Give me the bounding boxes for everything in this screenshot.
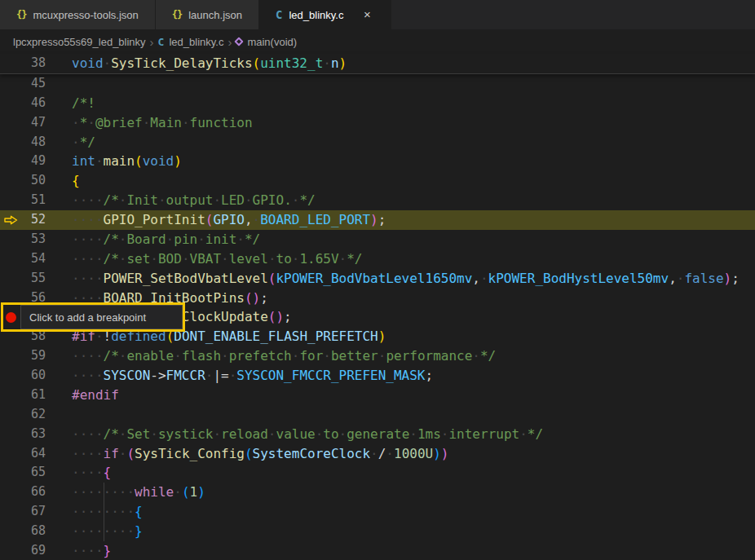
code-text[interactable]: ····GPIO_PortInit(GPIO,·BOARD_LED_PORT); [72,210,755,230]
token: level [229,251,268,267]
breadcrumb-item[interactable]: Cled_blinky.c [158,36,224,48]
whitespace-dots: ···· [72,446,104,461]
code-line-45[interactable]: 45 [0,74,755,94]
debug-current-line-arrow-icon [4,214,18,225]
gutter[interactable]: 69 [0,541,72,560]
code-line-55[interactable]: 55····POWER_SetBodVbatLevel(kPOWER_BodVb… [0,269,755,289]
code-line-59[interactable]: 59····/*·enable·flash·prefetch·for·bette… [0,346,755,366]
gutter[interactable]: 63 [0,425,72,444]
code-line-69[interactable]: 69····} [0,541,755,560]
tab-mcuxpresso-tools-json[interactable]: {}mcuxpresso-tools.json [0,0,156,29]
token: void [143,153,174,169]
tab-launch-json[interactable]: {}launch.json [156,0,259,29]
tab-led-blinky-c[interactable]: Cled_blinky.c× [259,0,391,29]
close-icon[interactable]: × [360,7,374,22]
gutter[interactable]: 49 [0,152,72,171]
code-line-50[interactable]: 50{ [0,171,755,191]
gutter[interactable]: 52 [0,210,72,230]
code-text[interactable]: { [72,171,755,191]
code-text[interactable]: ····{ [72,463,755,483]
gutter[interactable]: 38 [0,54,72,73]
code-text[interactable]: void·SysTick_DelayTicks(uint32_t·n) [72,54,755,73]
gutter[interactable]: 54 [0,249,72,269]
code-line-68[interactable]: 68········} [0,522,755,541]
code-line-67[interactable]: 67········{ [0,502,755,522]
gutter[interactable]: 50 [0,171,72,191]
code-line-49[interactable]: 49int·main(void) [0,152,755,171]
code-text[interactable]: int·main(void) [72,152,755,171]
code-text[interactable]: ·*·@brief·Main·function [72,113,755,133]
breadcrumb-separator: › [150,35,154,49]
gutter[interactable]: 67 [0,502,72,522]
code-line-51[interactable]: 51····/*·Init·output·LED·GPIO.·*/ [0,191,755,210]
code-line-64[interactable]: 64····if·(SysTick_Config(SystemCoreClock… [0,444,755,464]
whitespace-dots: · [292,192,300,208]
code-line-62[interactable]: 62 [0,405,755,425]
breadcrumb-item[interactable]: main(void) [236,36,297,48]
gutter[interactable]: 45 [0,74,72,94]
line-number: 49 [0,152,46,171]
code-line-63[interactable]: 63····/*·Set·systick·reload·value·to·gen… [0,425,755,444]
code-text[interactable]: ····} [72,541,755,560]
code-text[interactable]: ····/*·set·BOD·VBAT·level·to·1.65V·*/ [72,249,755,269]
gutter[interactable]: 47 [0,113,72,133]
gutter[interactable]: 53 [0,230,72,249]
token: to [276,251,292,267]
gutter[interactable]: 61 [0,386,72,405]
token: ( [205,212,214,227]
code-text[interactable]: ·*/ [72,133,755,152]
gutter[interactable]: 68 [0,522,72,541]
code-text[interactable]: ····/*·enable·flash·prefetch·for·better·… [72,346,755,366]
code-line-52[interactable]: 52····GPIO_PortInit(GPIO,·BOARD_LED_PORT… [0,210,755,230]
code-text[interactable]: ········while·(1) [72,483,755,502]
gutter[interactable]: 66 [0,483,72,502]
breadcrumb: lpcxpresso55s69_led_blinky›Cled_blinky.c… [0,29,755,54]
code-line-48[interactable]: 48·*/ [0,133,755,152]
token: */ [480,348,496,364]
whitespace-dots: · [104,55,112,71]
code-text[interactable]: ····if·(SysTick_Config(SystemCoreClock·/… [72,444,755,464]
gutter[interactable]: 64 [0,444,72,464]
code-text[interactable]: ····/*·Init·output·LED·GPIO.·*/ [72,191,755,210]
code-text[interactable]: ········{ [72,502,755,522]
whitespace-dots: · [87,115,95,130]
gutter[interactable]: 60 [0,366,72,386]
code-text[interactable] [72,74,755,94]
code-line-53[interactable]: 53····/*·Board·pin·init·*/ [0,230,755,249]
code-line-60[interactable]: 60····SYSCON->FMCCR·|=·SYSCON_FMCCR_PREF… [0,366,755,386]
code-text[interactable]: ····POWER_SetBodVbatLevel(kPOWER_BodVbat… [72,269,755,289]
gutter[interactable]: 62 [0,405,72,425]
token: SysTick_Config [135,446,245,461]
gutter[interactable]: 46 [0,94,72,113]
code-line-61[interactable]: 61#endif [0,386,755,405]
code-text[interactable]: #endif [72,386,755,405]
code-text[interactable]: ····SYSCON->FMCCR·|=·SYSCON_FMCCR_PREFEN… [72,366,755,386]
gutter[interactable]: 51 [0,191,72,210]
whitespace-dots: · [268,426,276,442]
code-line-46[interactable]: 46/*! [0,94,755,113]
whitespace-dots: ···· [72,368,104,383]
gutter[interactable]: 48 [0,133,72,152]
code-text[interactable]: /*! [72,94,755,113]
breakpoint-dot-icon[interactable] [6,312,16,323]
gutter[interactable]: 59 [0,346,72,366]
whitespace-dots: · [480,271,488,286]
breadcrumb-item[interactable]: lpcxpresso55s69_led_blinky [13,36,146,48]
code-line-54[interactable]: 54····/*·set·BOD·VBAT·level·to·1.65V·*/ [0,249,755,269]
token: { [104,465,112,480]
code-text[interactable]: ········} [72,522,755,541]
code-text[interactable]: ····/*·Set·systick·reload·value·to·gener… [72,425,755,444]
whitespace-dots: · [95,153,104,169]
gutter[interactable]: 55 [0,269,72,289]
whitespace-dots: · [378,348,386,364]
code-line-66[interactable]: 66········while·(1) [0,483,755,502]
code-line-65[interactable]: 65····{ [0,463,755,483]
token: */ [299,192,315,208]
code-text[interactable] [72,405,755,425]
code-text[interactable]: ····/*·Board·pin·init·*/ [72,230,755,249]
code-line-47[interactable]: 47·*·@brief·Main·function [0,113,755,133]
gutter[interactable]: 65 [0,463,72,483]
sticky-scroll-line[interactable]: 38void·SysTick_DelayTicks(uint32_t·n) [0,54,755,74]
token: void [72,55,104,71]
code-line-38[interactable]: 38void·SysTick_DelayTicks(uint32_t·n) [0,54,755,73]
